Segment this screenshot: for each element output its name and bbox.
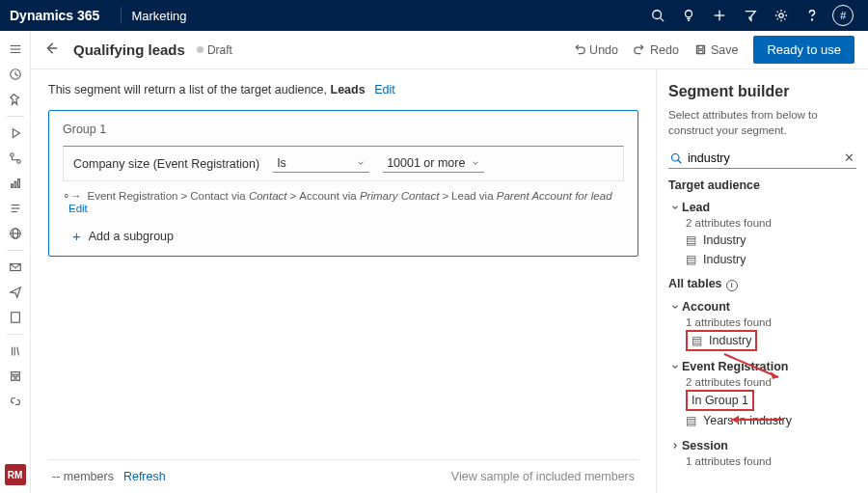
operator-value: Is (277, 156, 286, 170)
back-button[interactable] (44, 41, 68, 58)
footer-bar: -- members Refresh View sample of includ… (48, 459, 638, 493)
globe-icon[interactable] (3, 221, 28, 246)
svg-rect-36 (698, 45, 703, 48)
brand-divider (121, 7, 122, 24)
lead-attr-industry-2[interactable]: ▤Industry (668, 250, 856, 269)
svg-point-38 (672, 153, 680, 161)
list-icon[interactable] (3, 196, 28, 221)
undo-label: Undo (589, 43, 618, 57)
field-icon: ▤ (692, 334, 705, 347)
intro-text: This segment will return a list of the t… (48, 83, 638, 96)
eventreg-attr-ingroup1[interactable]: In Group 1 (686, 390, 754, 411)
add-subgroup-button[interactable]: + Add a subgroup (63, 228, 624, 244)
user-avatar-circle[interactable]: # (827, 0, 858, 31)
plus-icon[interactable] (704, 0, 735, 31)
module-name[interactable]: Marketing (131, 9, 186, 23)
library-icon[interactable] (3, 339, 28, 364)
session-node[interactable]: Session (668, 436, 856, 455)
save-label: Save (711, 43, 739, 57)
attribute-search[interactable]: ✕ (668, 148, 856, 169)
pin-icon[interactable] (3, 87, 28, 112)
value-dropdown[interactable]: 10001 or more (383, 154, 484, 173)
search-icon (670, 152, 682, 164)
svg-rect-32 (11, 376, 14, 380)
clock-icon[interactable] (3, 62, 28, 87)
rule-row: Company size (Event Registration) Is 100… (63, 146, 624, 181)
chevron-down-icon (471, 158, 480, 168)
field-icon: ▤ (686, 414, 699, 427)
svg-point-7 (779, 14, 783, 17)
edit-audience-link[interactable]: Edit (374, 83, 395, 96)
edit-path-link[interactable]: Edit (68, 203, 88, 214)
member-count: -- members (52, 470, 114, 483)
eventreg-node[interactable]: Event Registration (668, 357, 856, 376)
main-canvas: This segment will return a list of the t… (31, 69, 656, 493)
relationship-path: ∘→ Event Registration> Contact via Conta… (63, 189, 624, 214)
svg-rect-33 (15, 376, 19, 380)
lead-node[interactable]: Lead (668, 198, 856, 217)
link-icon[interactable] (3, 389, 28, 414)
svg-rect-27 (11, 313, 19, 323)
gear-icon[interactable] (766, 0, 797, 31)
page-icon[interactable] (3, 305, 28, 330)
page-title: Qualifying leads (73, 41, 185, 58)
ready-to-use-button[interactable]: Ready to use (753, 36, 854, 64)
account-attr-industry[interactable]: ▤Industry (686, 330, 757, 351)
svg-line-1 (661, 18, 665, 22)
save-button[interactable]: Save (694, 43, 739, 57)
operator-dropdown[interactable]: Is (273, 154, 369, 173)
svg-rect-17 (14, 181, 16, 187)
clear-search-icon[interactable]: ✕ (844, 151, 854, 165)
audience-name: Leads (331, 83, 366, 96)
view-sample-link[interactable]: View sample of included members (451, 470, 635, 483)
svg-marker-13 (13, 129, 19, 138)
all-tables-label: All tablesi (668, 277, 856, 291)
redo-button[interactable]: Redo (634, 43, 679, 57)
template-icon[interactable] (3, 364, 28, 389)
group-1-box[interactable]: Group 1 Company size (Event Registration… (48, 110, 638, 257)
redo-label: Redo (650, 43, 679, 57)
help-icon[interactable] (797, 0, 827, 31)
value-text: 10001 or more (387, 156, 465, 170)
target-audience-label: Target audience (668, 178, 856, 192)
journey-icon[interactable] (3, 146, 28, 171)
filter-icon[interactable] (735, 0, 766, 31)
intro-sentence: This segment will return a list of the t… (48, 83, 327, 96)
chart-icon[interactable] (3, 171, 28, 196)
status-dot-icon (197, 46, 203, 53)
chevron-down-icon (356, 158, 366, 168)
segment-builder-panel: Segment builder Select attributes from b… (656, 69, 868, 493)
eventreg-attr-years[interactable]: ▤Years in industry (668, 411, 856, 430)
undo-button[interactable]: Undo (573, 43, 618, 57)
chevron-down-icon (668, 362, 682, 371)
refresh-link[interactable]: Refresh (123, 470, 166, 483)
svg-marker-26 (10, 288, 20, 298)
field-icon: ▤ (686, 253, 699, 266)
rule-field-label: Company size (Event Registration) (73, 157, 259, 171)
lead-count: 2 attributes found (668, 217, 856, 229)
svg-rect-31 (11, 372, 19, 375)
panel-title: Segment builder (668, 83, 856, 100)
play-icon[interactable] (3, 121, 28, 146)
mail-icon[interactable] (3, 255, 28, 280)
left-nav-rail: RM (0, 31, 31, 493)
lightbulb-icon[interactable] (673, 0, 704, 31)
plus-icon: + (72, 228, 81, 244)
search-icon[interactable] (642, 0, 673, 31)
info-icon[interactable]: i (726, 280, 738, 291)
user-avatar-square[interactable]: RM (5, 464, 26, 485)
hamburger-icon[interactable] (3, 37, 28, 62)
chevron-right-icon (668, 441, 682, 451)
path-icon: ∘→ (63, 189, 82, 203)
send-icon[interactable] (3, 280, 28, 305)
search-input[interactable] (688, 151, 844, 165)
product-brand: Dynamics 365 (10, 8, 99, 23)
svg-line-30 (16, 347, 18, 356)
account-node[interactable]: Account (668, 297, 856, 316)
svg-point-2 (686, 11, 692, 17)
top-nav-bar: Dynamics 365 Marketing # (0, 0, 868, 31)
chevron-down-icon (668, 203, 682, 212)
lead-attr-industry-1[interactable]: ▤Industry (668, 231, 856, 250)
group-title: Group 1 (63, 123, 624, 136)
svg-rect-18 (17, 179, 19, 188)
